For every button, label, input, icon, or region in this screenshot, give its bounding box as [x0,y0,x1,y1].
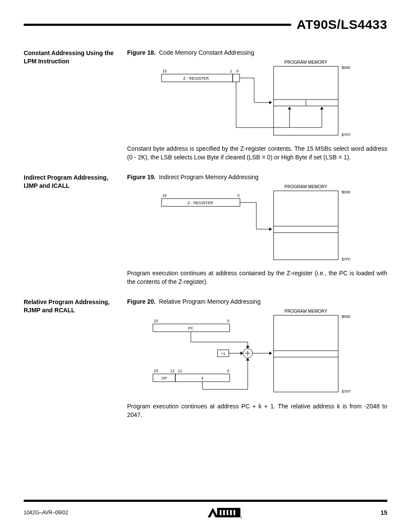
svg-text:15: 15 [162,193,167,198]
svg-text:11: 11 [178,369,182,373]
figure-caption: Figure 20. Relative Program Memory Addre… [127,298,387,305]
svg-text:0: 0 [227,369,229,373]
svg-text:PC: PC [188,326,194,330]
svg-rect-30 [274,191,338,260]
side-heading: Relative Program Addressing, RJMP and RC… [24,298,127,425]
svg-text:15: 15 [162,69,167,73]
svg-text:15: 15 [154,369,158,373]
page-number: 15 [380,509,387,516]
svg-marker-69 [246,346,249,348]
svg-text:$7FF: $7FF [342,257,351,261]
svg-text:0: 0 [237,69,239,73]
svg-text:PROGRAM MEMORY: PROGRAM MEMORY [284,184,327,189]
body-text: Program execution continues at address c… [127,269,387,286]
svg-text:OP: OP [161,376,167,380]
page-footer: 1042G–AVR–09/02 ® 15 [24,500,387,519]
side-heading: Constant Addressing Using the LPM Instru… [24,49,127,168]
figure-caption: Figure 18. Code Memory Constant Addressi… [127,49,387,56]
svg-marker-16 [288,107,291,109]
svg-text:$7FF: $7FF [342,389,351,394]
logo: ® [207,506,242,519]
svg-text:0: 0 [227,319,229,323]
side-heading: Indirect Program Addressing, IJMP and IC… [24,174,127,292]
svg-marker-78 [208,508,218,517]
svg-text:+1: +1 [221,352,225,356]
figure-19: PROGRAM MEMORY $000 $7FF 15 0 Z - REGIST… [127,183,387,265]
section-indirect-addressing: Indirect Program Addressing, IJMP and IC… [24,174,387,292]
figure-18: PROGRAM MEMORY $000 $7FF 15 1 0 Z - REGI… [127,59,387,140]
svg-text:Z - REGISTER: Z - REGISTER [187,201,213,205]
svg-text:$000: $000 [342,190,350,194]
svg-marker-20 [320,107,324,109]
figure-20: PROGRAM MEMORY $000 $7FF 15 0 PC 15 12 1… [127,308,387,398]
svg-text:15: 15 [154,319,158,323]
svg-text:k: k [202,376,204,380]
figure-caption: Figure 19. Indirect Program Memory Addre… [127,174,387,180]
svg-rect-81 [223,510,225,515]
doc-code: 1042G–AVR–09/02 [24,510,68,516]
svg-text:1: 1 [230,69,232,73]
document-title: AT90S/LS4433 [296,17,387,32]
svg-text:12: 12 [170,369,174,373]
svg-rect-80 [220,510,221,515]
svg-text:PROGRAM MEMORY: PROGRAM MEMORY [284,309,327,314]
section-constant-addressing: Constant Addressing Using the LPM Instru… [24,49,387,168]
svg-text:$7FF: $7FF [342,133,351,137]
section-relative-addressing: Relative Program Addressing, RJMP and RC… [24,298,387,425]
body-text: Constant byte address is specified by th… [127,145,387,162]
svg-marker-75 [246,358,249,361]
svg-marker-71 [240,352,243,355]
svg-text:PROGRAM MEMORY: PROGRAM MEMORY [284,60,327,65]
svg-rect-82 [227,510,228,515]
svg-marker-42 [269,227,272,231]
svg-rect-83 [230,510,232,515]
svg-marker-28 [269,101,272,104]
svg-text:$000: $000 [342,65,350,70]
svg-text:$000: $000 [342,314,350,319]
svg-text:Z - REGISTER: Z - REGISTER [183,76,209,81]
svg-rect-44 [274,315,338,392]
svg-marker-77 [269,352,272,355]
svg-rect-84 [234,510,235,515]
svg-text:®: ® [241,516,242,519]
body-text: Program execution continues at address P… [127,402,387,419]
svg-text:0: 0 [237,193,240,198]
header-rule: AT90S/LS4433 [24,17,387,32]
svg-rect-11 [233,74,240,82]
